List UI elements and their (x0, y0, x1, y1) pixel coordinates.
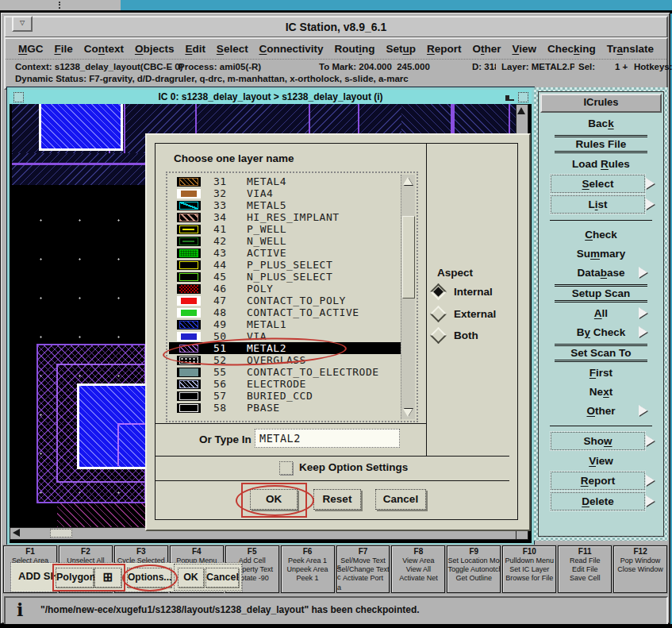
fkey-function-label: Set IC Layer (503, 565, 555, 574)
scroll-left-icon[interactable] (13, 529, 20, 537)
cancel-button[interactable]: Cancel (375, 489, 426, 510)
palette-item-show[interactable]: Show (550, 431, 646, 451)
palette-item-select[interactable]: Select (550, 174, 646, 194)
menu-mgc[interactable]: MGC (18, 43, 44, 55)
palette-item-delete[interactable]: Delete (550, 491, 646, 511)
layer-name-input[interactable]: METAL2 (255, 429, 400, 448)
radio-diamond-icon[interactable] (430, 327, 447, 344)
menu-other[interactable]: Other (472, 43, 501, 55)
menu-routing[interactable]: Routing (335, 43, 375, 55)
layer-row-metal4[interactable]: 31METAL4 (169, 175, 401, 187)
menu-file[interactable]: File (54, 43, 72, 55)
layer-row-metal1[interactable]: 49METAL1 (169, 318, 401, 330)
menu-view[interactable]: View (512, 43, 536, 55)
list-scroll-down-icon[interactable] (402, 407, 413, 418)
menu-edit[interactable]: Edit (185, 43, 205, 55)
layer-number: 48 (213, 306, 247, 318)
palette-item-by-check[interactable]: By Check (545, 323, 657, 341)
palette-item-view[interactable]: View (545, 452, 657, 470)
submenu-arrow-icon[interactable] (646, 475, 655, 486)
layer-row-contact_to_electrode[interactable]: 55CONTACT_TO_ELECTRODE (169, 366, 401, 378)
layer-row-active[interactable]: 43ACTIVE (169, 247, 401, 259)
palette-item-next[interactable]: Next (545, 383, 657, 401)
layout-shape (12, 153, 146, 185)
palette-item-other[interactable]: Other (545, 402, 657, 420)
submenu-arrow-icon[interactable] (639, 405, 647, 416)
layer-swatch (177, 177, 201, 187)
fkey-label: F2 (60, 547, 112, 557)
menu-setup[interactable]: Setup (386, 43, 417, 55)
layer-row-buried_ccd[interactable]: 57BURIED_CCD (169, 390, 401, 402)
hscroll-thumb[interactable] (50, 529, 72, 537)
palette-item-first[interactable]: First (545, 364, 657, 382)
layer-row-via4[interactable]: 32VIA4 (169, 187, 401, 199)
submenu-arrow-icon[interactable] (639, 267, 647, 278)
aspect-option-external[interactable]: External (432, 308, 496, 320)
submenu-arrow-icon[interactable] (646, 178, 655, 189)
canvas-resize-icon[interactable] (505, 95, 514, 101)
layer-name: P_WELL (247, 223, 286, 235)
dialog-title: Choose one layer name (174, 152, 294, 164)
submenu-arrow-icon[interactable] (646, 198, 655, 210)
layer-row-pbase[interactable]: 58PBASE (169, 402, 401, 414)
canvas-titlebar[interactable]: IC 0: s1238_delay_layout > s1238_delay_l… (10, 90, 532, 106)
list-scroll-up-icon[interactable] (402, 175, 413, 187)
reset-button[interactable]: Reset (313, 489, 361, 510)
layer-row-electrode[interactable]: 56ELECTRODE (169, 378, 401, 390)
background-window-strip (0, 0, 121, 10)
menu-checking[interactable]: Checking (547, 43, 596, 55)
layer-row-contact_to_active[interactable]: 48CONTACT_TO_ACTIVE (169, 306, 401, 318)
palette-item-list[interactable]: List (550, 195, 646, 214)
palette-item-summary[interactable]: Summary (545, 245, 657, 263)
layer-row-n_plus_select[interactable]: 45N_PLUS_SELECT (169, 271, 401, 283)
palette-item-all[interactable]: All (545, 304, 657, 322)
window-titlebar[interactable]: IC Station, v8.9_6.1 (4, 16, 668, 38)
window-title: IC Station, v8.9_6.1 (286, 21, 387, 33)
submenu-arrow-icon[interactable] (646, 495, 655, 507)
radio-diamond-icon[interactable] (430, 283, 447, 300)
fkey-cell-f12[interactable]: F12Pop WindowClose Window (613, 545, 667, 593)
submenu-arrow-icon[interactable] (639, 307, 647, 318)
fkey-cell-f11[interactable]: F11Read FileEdit FileSave Cell (558, 545, 612, 593)
fkey-cell-f9[interactable]: F9Set Location ModeToggle AutonotchGet O… (447, 545, 501, 593)
palette-item-back[interactable]: Back (545, 114, 657, 133)
menu-translate[interactable]: Translate (607, 43, 654, 55)
layer-row-poly[interactable]: 46POLY (169, 283, 401, 295)
palette-item-database[interactable]: Database (545, 264, 657, 282)
list-scroll-thumb[interactable] (402, 216, 415, 299)
palette-item-check[interactable]: Check (545, 225, 657, 244)
canvas-maximize-icon[interactable] (518, 92, 528, 102)
scroll-up-icon[interactable] (517, 107, 525, 114)
toolbar-cancel-button[interactable]: Cancel (205, 568, 239, 588)
layer-name: METAL4 (247, 175, 286, 187)
menu-objects[interactable]: Objects (135, 43, 175, 55)
layer-row-hi_res_implant[interactable]: 34HI_RES_IMPLANT (169, 211, 401, 223)
radio-diamond-icon[interactable] (430, 306, 447, 322)
list-scrollbar[interactable] (401, 175, 415, 419)
palette-title[interactable]: ICrules (540, 94, 662, 113)
menu-connectivity[interactable]: Connectivity (259, 43, 324, 55)
keep-option-checkbox[interactable] (279, 461, 293, 475)
fkey-cell-f10[interactable]: F10Pulldown MenuSet IC LayerBrowse for F… (502, 545, 556, 593)
submenu-arrow-icon[interactable] (639, 326, 647, 337)
layer-row-contact_to_poly[interactable]: 47CONTACT_TO_POLY (169, 295, 401, 306)
aspect-option-internal[interactable]: Internal (432, 286, 493, 298)
submenu-arrow-icon[interactable] (646, 435, 655, 446)
layer-name: N_PLUS_SELECT (247, 271, 332, 283)
layer-row-p_plus_select[interactable]: 44P_PLUS_SELECT (169, 259, 401, 271)
canvas-window-menu-icon[interactable] (13, 92, 24, 102)
layer-row-n_well[interactable]: 42N_WELL (169, 235, 401, 247)
fkey-cell-f6[interactable]: F6Peek Area 1Unpeek AreaPeek 1 (281, 545, 335, 593)
fkey-cell-f8[interactable]: F8View AreaView AllActivate Net (391, 545, 445, 593)
palette-item-report[interactable]: Report (550, 471, 646, 491)
layer-row-metal5[interactable]: 33METAL5 (169, 199, 401, 211)
layout-shape (124, 104, 125, 153)
menu-select[interactable]: Select (217, 43, 248, 55)
aspect-option-both[interactable]: Both (432, 329, 478, 341)
palette-item-load-rules[interactable]: Load Rules (545, 155, 657, 173)
menu-context[interactable]: Context (84, 43, 124, 55)
menu-report[interactable]: Report (427, 43, 462, 55)
layer-row-p_well[interactable]: 41P_WELL (169, 223, 401, 235)
window-menu-icon[interactable]: ▽ (12, 16, 33, 32)
toolbar-ok-button[interactable]: OK (178, 568, 204, 588)
